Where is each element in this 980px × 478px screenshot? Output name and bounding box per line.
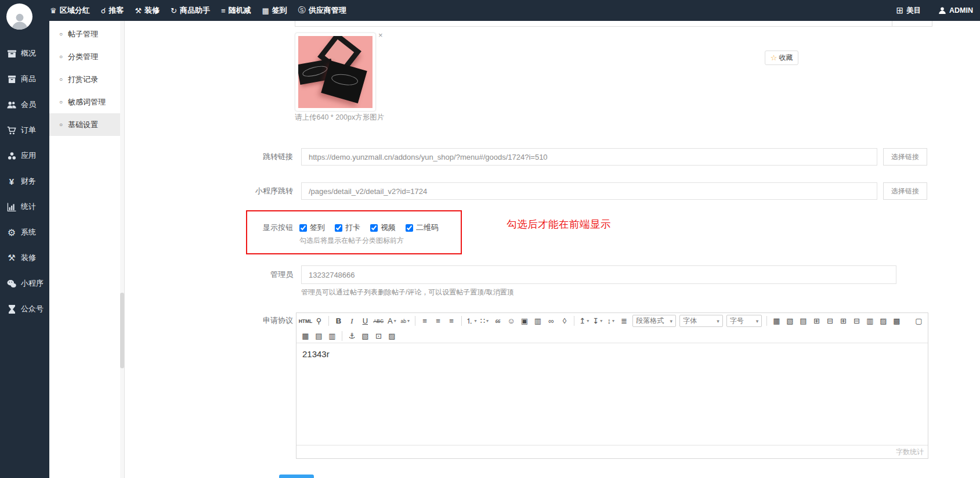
topnav-item[interactable]: ▦ 签到 [262,5,287,16]
image-compact-large [321,60,367,103]
topnav-item[interactable]: ≡ 随机减 [221,5,251,16]
submenu-item[interactable]: ○ 打赏记录 [49,68,124,91]
font-family-select[interactable]: 字体 [679,315,723,327]
checkbox-label: 打卡 [345,222,360,233]
topnav-item[interactable]: ↻ 商品助手 [171,5,210,16]
row-properties-icon[interactable]: ▤ [313,330,325,342]
insert-table-icon[interactable]: ▦ [771,315,783,327]
fullscreen-icon[interactable]: ▢ [913,315,925,327]
circle-icon: ○ [59,121,63,128]
miniprogram-jump-input[interactable] [301,182,877,200]
submit-button-clipped[interactable] [279,475,314,478]
line-height-icon[interactable]: ↕ [605,315,617,327]
paste-icon[interactable]: ▨ [386,330,398,342]
checkbox-input[interactable] [370,224,378,232]
font-size-select[interactable]: 字号 [726,315,762,327]
submenu-item[interactable]: ○ 基础设置 [49,113,124,136]
sidebar-item-members[interactable]: 会员 [0,92,49,117]
sidebar-item-goods[interactable]: 商品 [0,66,49,92]
submenu-item[interactable]: ○ 分类管理 [49,45,124,68]
align-center-icon[interactable]: ≡ [432,315,444,327]
sidebar-item-system[interactable]: ⚙ 系统 [0,220,49,245]
submenu-item[interactable]: ○ 帖子管理 [49,23,124,45]
uploaded-image-thumbnail[interactable] [295,33,376,112]
editor-content[interactable]: 21343r [296,343,928,445]
jump-link-input[interactable] [301,148,877,166]
paragraph-spacing-top-icon[interactable]: ↥ [578,315,590,327]
html-source-icon[interactable]: HTML [299,315,312,327]
sidebar-item-apps[interactable]: 应用 [0,143,49,168]
admin-input[interactable] [301,265,896,284]
merge-cells-icon[interactable]: ▥ [864,315,876,327]
submenu-item[interactable]: ○ 敏感词管理 [49,91,124,113]
insert-link-icon[interactable]: ∞ [545,315,557,327]
submenu-scrollbar-thumb[interactable] [120,293,124,368]
topnav-item[interactable]: Ⓢ 供应商管理 [298,5,346,16]
show-button-option[interactable]: 打卡 [335,222,360,233]
preview-icon[interactable]: ⚲ [313,315,325,327]
sidebar-item-decorate[interactable]: ⚒ 装修 [0,245,49,271]
blockquote-icon[interactable]: 66 [491,315,504,327]
cell-properties-icon[interactable]: ▤ [797,315,809,327]
delete-column-icon[interactable]: ⊟ [851,315,863,327]
topnav-item-label: 装修 [144,5,160,16]
underline-icon[interactable]: U [359,315,371,327]
font-color-icon[interactable]: A [386,315,398,327]
checkbox-input[interactable] [335,224,342,232]
table-properties-icon[interactable]: ▧ [784,315,796,327]
sidebar-item-miniprogram[interactable]: 小程序 [0,271,49,296]
favorite-button[interactable]: ☆ 收藏 [765,51,798,65]
topnav-item-label: 推客 [109,5,124,16]
emoticon-icon[interactable]: ☺ [505,315,517,327]
shop-switcher[interactable]: ⊞ 美目 [896,5,921,16]
sidebar-item-official-account[interactable]: 公众号 [0,296,49,322]
paragraph-spacing-bottom-icon[interactable]: ↧ [591,315,603,327]
insert-video-icon[interactable]: ▥ [531,315,544,327]
sidebar-item-stats[interactable]: 统计 [0,194,49,220]
print-icon[interactable]: ⊡ [373,330,385,342]
text-direction-icon[interactable]: ≣ [618,315,630,327]
checkbox-input[interactable] [299,224,307,232]
show-button-option[interactable]: 二维码 [406,222,439,233]
choose-link-button[interactable]: 选择链接 [883,148,927,166]
shop-name: 美目 [906,6,921,16]
checkbox-input[interactable] [406,224,413,232]
submenu-scrollbar[interactable] [120,21,124,478]
insert-row-icon[interactable]: ⊞ [811,315,823,327]
italic-icon[interactable]: I [346,315,358,327]
remove-image-icon[interactable]: × [378,31,383,39]
topnav-item[interactable]: ♛ 区域分红 [50,5,90,16]
insert-image-icon[interactable]: ▣ [518,315,530,327]
sidebar-item-finance[interactable]: ¥ 财务 [0,168,49,194]
insert-column-icon[interactable]: ⊞ [837,315,849,327]
delete-row-icon[interactable]: ⊟ [824,315,836,327]
show-button-option[interactable]: 视频 [370,222,396,233]
sidebar-item-label: 公众号 [21,304,44,314]
remove-format-icon[interactable]: ◊ [558,315,570,327]
column-properties-icon[interactable]: ▥ [326,330,338,342]
anchor-icon[interactable]: ⚓ [346,330,358,342]
choose-link-button[interactable]: 选择链接 [883,182,927,200]
paragraph-format-select[interactable]: 段落格式 [632,315,676,327]
sidebar-item-overview[interactable]: 概况 [0,41,49,66]
show-button-option[interactable]: 签到 [299,222,325,233]
admin-menu[interactable]: ADMIN [938,6,973,15]
split-cells-icon[interactable]: ▨ [877,315,889,327]
avatar[interactable] [6,3,32,30]
cell-span-icon[interactable]: ▩ [891,315,903,327]
ordered-list-icon[interactable]: ⒈ [465,315,477,327]
highlight-color-icon[interactable]: ab [399,315,411,327]
calendar-icon: ▦ [262,6,269,15]
strikethrough-icon[interactable]: ABC [373,315,385,327]
bold-icon[interactable]: B [332,315,345,327]
sidebar-item-orders[interactable]: 订单 [0,117,49,143]
topnav-item[interactable]: ⚒ 装修 [135,5,160,16]
align-left-icon[interactable]: ≡ [419,315,431,327]
topnav-item[interactable]: ☌ 推客 [101,5,124,16]
align-right-icon[interactable]: ≡ [446,315,458,327]
delete-table-icon[interactable]: ▦ [299,330,312,342]
checkbox-label: 二维码 [416,222,439,233]
unordered-list-icon[interactable]: ∷ [478,315,490,327]
map-icon[interactable]: ▧ [359,330,371,342]
circle-icon: ○ [59,31,63,37]
